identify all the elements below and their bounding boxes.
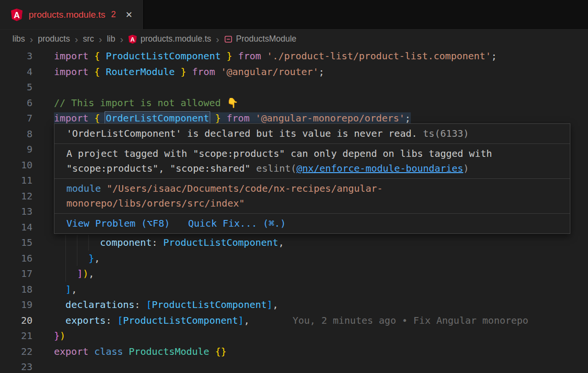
code-text: export class ProductsModule {} <box>54 346 226 357</box>
line-number-10[interactable]: 10 <box>0 157 54 173</box>
hover-actions: View Problem (⌥F8)Quick Fix... (⌘.) <box>54 213 570 233</box>
token: from <box>192 66 215 77</box>
token <box>175 66 181 77</box>
token: { <box>94 112 100 124</box>
line-number-6[interactable]: 6 <box>0 95 54 111</box>
code-line-17[interactable]: ]), <box>54 266 588 282</box>
code-text: exports: [ProductListComponent], <box>54 315 249 326</box>
token <box>100 50 106 62</box>
token <box>100 112 106 124</box>
line-number-14[interactable]: 14 <box>0 219 54 235</box>
breadcrumb-item-lib[interactable]: lib <box>107 34 116 44</box>
line-number-22[interactable]: 22 <box>0 344 54 360</box>
line-number-23[interactable]: 23 <box>0 359 54 373</box>
token <box>88 346 94 357</box>
svg-text:A: A <box>14 10 20 20</box>
code-line-16[interactable]: }, <box>54 251 588 266</box>
module-icon <box>224 35 233 44</box>
token <box>54 252 88 264</box>
token: , <box>278 237 284 248</box>
tab-products-module[interactable]: A products.module.ts 2 ✕ <box>0 0 144 29</box>
line-number-5[interactable]: 5 <box>0 79 54 95</box>
line-number-21[interactable]: 21 <box>0 328 54 344</box>
token: OrderListComponent <box>106 112 209 124</box>
breadcrumb: libs›products›src›lib› A products.module… <box>0 30 588 48</box>
code-line-18[interactable]: ], <box>54 282 588 297</box>
breadcrumb-item-products-module-ts[interactable]: A products.module.ts <box>128 34 211 44</box>
token: component <box>100 237 151 248</box>
line-number-15[interactable]: 15 <box>0 235 54 251</box>
token <box>215 66 221 77</box>
token: class <box>94 346 123 357</box>
breadcrumb-item-productsmodule[interactable]: ProductsModule <box>224 34 296 44</box>
code-text: import { OrderListComponent } from '@ang… <box>54 112 411 124</box>
code-text: import { RouterModule } from '@angular/r… <box>54 66 324 77</box>
code-line-19[interactable]: declarations: [ProductListComponent], <box>54 297 588 313</box>
tab-close-button[interactable]: ✕ <box>126 10 133 20</box>
code-line-23[interactable] <box>54 359 588 373</box>
angular-icon: A <box>128 34 137 44</box>
line-number-18[interactable]: 18 <box>0 282 54 297</box>
breadcrumb-label: src <box>83 34 94 44</box>
token <box>54 315 65 326</box>
token <box>100 66 106 77</box>
token: '@angular/router' <box>221 66 319 77</box>
breadcrumb-item-src[interactable]: src <box>83 34 94 44</box>
token: import <box>54 50 88 62</box>
code-line-6[interactable]: // This import is not allowed 👇 <box>54 95 588 111</box>
token <box>221 112 226 124</box>
quick-fix-action[interactable]: Quick Fix... (⌘.) <box>188 216 286 231</box>
line-number-8[interactable]: 8 <box>0 126 54 142</box>
token: exports <box>65 315 106 326</box>
token <box>88 112 94 124</box>
token: 'OrderListComponent' is declared but its… <box>66 128 417 139</box>
code-line-15[interactable]: component: ProductListComponent, <box>54 235 588 251</box>
angular-icon: A <box>11 8 23 22</box>
token: from <box>238 50 261 62</box>
line-number-17[interactable]: 17 <box>0 266 54 282</box>
breadcrumb-separator: › <box>74 34 78 44</box>
line-number-7[interactable]: 7 <box>0 110 54 126</box>
code-text: ], <box>54 284 77 295</box>
breadcrumb-separator: › <box>98 34 103 44</box>
code-line-3[interactable]: import { ProductListComponent } from './… <box>54 48 588 64</box>
token: import <box>54 112 88 124</box>
token: { <box>94 50 100 62</box>
line-number-3[interactable]: 3 <box>0 48 54 64</box>
breadcrumb-label: products.module.ts <box>140 34 211 44</box>
view-problem-action[interactable]: View Problem (⌥F8) <box>66 216 170 231</box>
line-number-4[interactable]: 4 <box>0 64 54 80</box>
token: ; <box>405 112 411 124</box>
line-number-12[interactable]: 12 <box>0 188 54 204</box>
token <box>209 346 215 357</box>
token: ProductListComponent <box>163 237 278 248</box>
token: } <box>54 330 60 341</box>
token: // This import is not allowed <box>54 97 226 109</box>
breadcrumb-separator: › <box>119 34 124 44</box>
code-line-20[interactable]: exports: [ProductListComponent],You, 2 m… <box>54 313 588 329</box>
line-number-19[interactable]: 19 <box>0 297 54 313</box>
token <box>209 112 215 124</box>
indent-guide <box>65 251 66 266</box>
line-number-9[interactable]: 9 <box>0 142 54 157</box>
eslint-rule-link[interactable]: @nx/enforce-module-boundaries <box>297 163 463 174</box>
line-number-20[interactable]: 20 <box>0 313 54 329</box>
code-line-5[interactable] <box>54 79 588 95</box>
code-line-22[interactable]: export class ProductsModule {} <box>54 344 588 360</box>
token: eslint( <box>256 163 296 174</box>
code-line-21[interactable]: }) <box>54 328 588 344</box>
svg-text:A: A <box>130 36 135 43</box>
line-number-13[interactable]: 13 <box>0 204 54 219</box>
hover-message-3: module "/Users/isaac/Documents/code/nx-r… <box>54 178 570 213</box>
token <box>249 112 255 124</box>
token: ts(6133) <box>417 128 469 139</box>
line-number-11[interactable]: 11 <box>0 173 54 188</box>
breadcrumb-item-products[interactable]: products <box>38 34 70 44</box>
code-text: declarations: [ProductListComponent], <box>54 299 278 310</box>
token: RouterModule <box>106 66 175 77</box>
code-line-4[interactable]: import { RouterModule } from '@angular/r… <box>54 64 588 80</box>
breadcrumb-item-libs[interactable]: libs <box>12 34 25 44</box>
token: ; <box>319 66 324 77</box>
line-number-16[interactable]: 16 <box>0 251 54 266</box>
vscode-window: A products.module.ts 2 ✕ libs›products›s… <box>0 0 588 373</box>
